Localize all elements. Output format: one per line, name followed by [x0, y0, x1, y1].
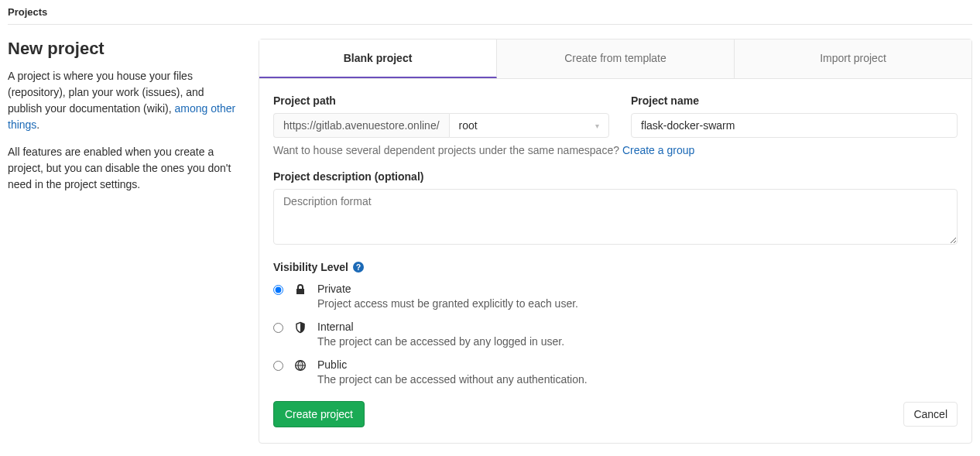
visibility-private-desc: Project access must be granted explicitl…	[317, 297, 958, 310]
tab-create-from-template[interactable]: Create from template	[497, 39, 735, 78]
shield-icon	[294, 321, 307, 334]
tab-import-project[interactable]: Import project	[735, 39, 971, 78]
sidebar: New project A project is where you house…	[8, 39, 240, 444]
visibility-internal-title: Internal	[317, 321, 958, 333]
project-name-label: Project name	[631, 94, 958, 107]
sidebar-description-2: All features are enabled when you create…	[8, 144, 240, 193]
visibility-public-desc: The project can be accessed without any …	[317, 373, 958, 386]
cancel-button[interactable]: Cancel	[903, 402, 958, 427]
visibility-internal-desc: The project can be accessed by any logge…	[317, 335, 958, 348]
tab-blank-project[interactable]: Blank project	[259, 39, 497, 78]
visibility-private-radio[interactable]	[273, 285, 283, 295]
visibility-level-label: Visibility Level	[273, 261, 348, 273]
project-path-prefix: https://gitlab.avenuestore.online/	[273, 113, 449, 138]
project-description-label: Project description (optional)	[273, 170, 958, 183]
chevron-down-icon: ▾	[595, 122, 599, 130]
help-icon[interactable]: ?	[353, 262, 364, 273]
main-panel: Blank project Create from template Impor…	[259, 39, 972, 444]
project-path-label: Project path	[273, 94, 609, 107]
lock-icon	[294, 283, 307, 296]
visibility-internal-radio[interactable]	[273, 323, 283, 333]
visibility-private-title: Private	[317, 283, 958, 295]
visibility-public-title: Public	[317, 358, 958, 371]
namespace-value: root	[459, 119, 478, 132]
namespace-hint: Want to house several dependent projects…	[273, 144, 958, 156]
breadcrumb[interactable]: Projects	[8, 6, 972, 25]
page-title: New project	[8, 39, 240, 59]
create-group-link[interactable]: Create a group	[622, 144, 694, 156]
sidebar-description-1: A project is where you house your files …	[8, 68, 240, 133]
project-type-tabs: Blank project Create from template Impor…	[259, 39, 971, 79]
namespace-select[interactable]: root ▾	[449, 113, 609, 138]
visibility-public-radio[interactable]	[273, 361, 283, 371]
project-name-input[interactable]	[631, 113, 958, 138]
project-description-input[interactable]	[273, 189, 958, 245]
globe-icon	[294, 359, 307, 372]
create-project-button[interactable]: Create project	[273, 401, 365, 427]
